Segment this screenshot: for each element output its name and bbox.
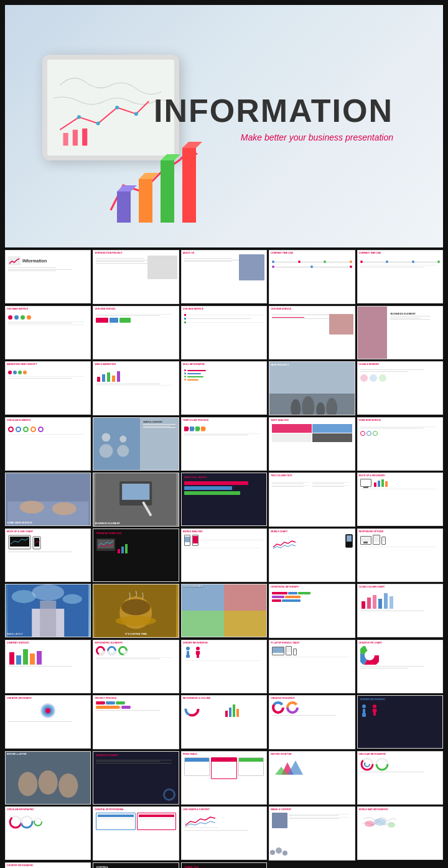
slide-info-logo: INformation [22, 259, 47, 263]
slide-thumb-8[interactable]: OUR NEW SERVICE [181, 306, 267, 359]
slide-thumb-53[interactable]: LINE GRAPH & CONTENT [181, 806, 267, 860]
slide-thumb-36[interactable]: COMPANY STATISTIC [5, 640, 91, 693]
svg-point-25 [316, 402, 325, 415]
svg-point-111 [373, 704, 376, 708]
svg-point-55 [32, 584, 64, 601]
svg-rect-72 [30, 653, 35, 665]
slide-thumb-55[interactable]: WORLD MAP INFOGRAPHIC [357, 806, 443, 860]
slide-thumb-13[interactable]: SKILL INFOGRAPHIC [181, 361, 267, 415]
svg-point-62 [116, 616, 156, 626]
slide-thumb-34[interactable]: HORIZONTAL INFOGRAPH [269, 584, 355, 638]
svg-rect-66 [378, 599, 382, 609]
svg-rect-108 [363, 709, 365, 714]
svg-rect-109 [362, 713, 364, 717]
slide-thumb-4[interactable]: COMPANY TIME LINE [269, 250, 355, 304]
slide-thumb-57[interactable]: CONTROL [93, 862, 179, 869]
slide-thumb-45[interactable]: GENDER INFOGRAPHIC [357, 695, 443, 749]
slide-thumb-49[interactable]: BEFORE or AFTER [269, 751, 355, 805]
svg-rect-70 [16, 655, 21, 665]
svg-point-107 [362, 704, 366, 708]
thumbnails-grid: INformation INTRODUCTION PROJECT [5, 250, 443, 868]
slide-thumb-56[interactable]: COUNTRY INFOGRAPHIC [5, 862, 91, 869]
slide-thumb-37[interactable]: INFOGRAPHIC ELEMENTS [93, 640, 179, 694]
slide-thumb-35[interactable]: CLEAN COLUMN CHART [357, 584, 443, 637]
svg-point-30 [120, 435, 127, 442]
slide-thumb-7[interactable]: OUR NEW SERVICE [93, 306, 179, 360]
slide-thumb-6[interactable]: OUR MAIN SERVICE [5, 306, 91, 359]
slide-thumb-41[interactable]: CREATIVE INFOGRAPH [5, 695, 91, 749]
slide-thumb-19[interactable]: SWOT ANALYSIS [269, 417, 355, 471]
slide-thumb-50[interactable]: CIRCULAR INFOGRAPHIC [357, 751, 443, 805]
svg-rect-27 [93, 427, 140, 461]
svg-point-61 [121, 599, 151, 615]
slide-thumb-28[interactable]: MOBILE ANALYSIS [181, 529, 267, 582]
slide-thumb-20[interactable]: SOME NEW SERVICE [357, 417, 443, 471]
slide-thumb-46[interactable]: BEFORE or AFTER [5, 751, 91, 805]
svg-point-135 [276, 847, 282, 854]
slide-thumb-27[interactable]: PREMIUM TEMPLATE [93, 529, 179, 583]
slide-thumb-31[interactable]: IMAGE LAYOUT [5, 584, 91, 637]
svg-rect-6 [73, 130, 78, 146]
slide-thumb-18[interactable]: TEMPLE LINE PROCESS [181, 417, 267, 471]
slide-thumb-40[interactable]: CREATIVE PIE CHART [357, 640, 443, 693]
svg-point-125 [379, 761, 385, 767]
svg-point-136 [282, 851, 287, 856]
slide-thumb-26[interactable]: MOCK UP & LINE CHART [5, 529, 91, 582]
svg-rect-9 [117, 192, 131, 223]
slide-thumb-10[interactable]: BUSINESS ELEMENT [357, 306, 443, 359]
svg-rect-100 [236, 709, 239, 717]
slide-thumb-33[interactable]: FOUR COLUMN MAGE [181, 584, 267, 637]
svg-rect-18 [97, 377, 100, 382]
slide-thumb-51[interactable]: CIRCULAR INFOGRAPHIC [5, 806, 91, 860]
slide-thumb-3[interactable]: ABOUT US [181, 250, 267, 303]
slide-thumb-9[interactable]: OUR NEW SERVICE [269, 306, 355, 360]
slide-thumb-29[interactable]: MOBILE CHART [269, 529, 355, 583]
svg-rect-68 [390, 596, 393, 609]
svg-rect-7 [82, 129, 87, 146]
slide-thumb-38[interactable]: GENDER INFOGRAPHIC [181, 640, 267, 693]
slide-thumb-17[interactable]: SIMPLE CONTENT [93, 417, 179, 471]
slide-thumb-44[interactable]: CREATIVE DOUGHNUT [269, 695, 355, 749]
slide-thumb-47[interactable]: BUSINESS ELEMENT [93, 751, 179, 805]
slide-thumb-30[interactable]: RESPONSIVE OPTIONS [357, 529, 443, 582]
slide-thumb-14[interactable]: NEW PROJECT [269, 361, 355, 415]
slide-thumb-43[interactable]: INFOGRAPHIC & COLUMN [181, 695, 267, 749]
slide-thumb-2[interactable]: INTRODUCTION PROJECT [93, 250, 179, 304]
svg-marker-16 [182, 142, 202, 148]
svg-rect-69 [9, 652, 14, 665]
slide-thumb-23[interactable]: HEAT FULL WIDTH [181, 473, 267, 526]
svg-point-89 [365, 650, 375, 660]
slide-thumb-16[interactable]: CIRCULAR ELEMENTS [5, 417, 91, 471]
svg-point-114 [39, 770, 58, 794]
slide-thumb-12[interactable]: WEB & MARKETING [93, 361, 179, 415]
slide-thumb-1[interactable]: INformation [5, 250, 91, 303]
svg-rect-41 [378, 481, 380, 487]
slide-thumb-52[interactable]: ESSENTIAL or PROFESSIONAL [93, 806, 179, 861]
svg-point-35 [52, 502, 77, 515]
slide-thumb-42[interactable]: PROJECT PROCESS [93, 695, 179, 749]
slide-thumb-5[interactable]: COMPANY TIME LINE [357, 250, 443, 303]
slide-thumb-32[interactable]: IT'S COFFEE TIME [93, 584, 179, 638]
svg-point-138 [374, 818, 386, 826]
svg-rect-67 [384, 593, 388, 609]
svg-point-26 [326, 398, 337, 415]
svg-point-23 [291, 399, 301, 415]
slide-thumb-22[interactable]: BUSINESS ELEMENT [93, 473, 179, 527]
svg-point-1 [77, 115, 81, 119]
slide-thumb-15[interactable]: CLEAN & MODERN [357, 361, 443, 415]
svg-rect-19 [102, 374, 105, 382]
svg-rect-71 [23, 649, 28, 665]
slide-thumb-21[interactable]: SOME NEW SERVICE [5, 473, 91, 526]
svg-point-139 [388, 823, 395, 828]
svg-point-56 [63, 594, 82, 604]
svg-rect-11 [139, 179, 152, 223]
slide-thumb-58[interactable]: THANK YOU information [181, 862, 267, 869]
slide-thumb-11[interactable]: MARKETING NEW CONCEPT [5, 361, 91, 415]
slide-thumb-39[interactable]: PC LAPTOP W MOBILE, TABLET [269, 640, 355, 694]
slide-thumb-24[interactable]: TWO COLUMN TEXT [269, 473, 355, 527]
svg-rect-110 [364, 713, 366, 717]
slide-thumb-48[interactable]: PRICE TABLE [181, 751, 267, 805]
svg-rect-64 [367, 598, 371, 609]
slide-thumb-54[interactable]: IMAGE & CONTENT [269, 806, 355, 861]
slide-thumb-25[interactable]: MOCK UP & INFOGRAPH [357, 473, 443, 526]
